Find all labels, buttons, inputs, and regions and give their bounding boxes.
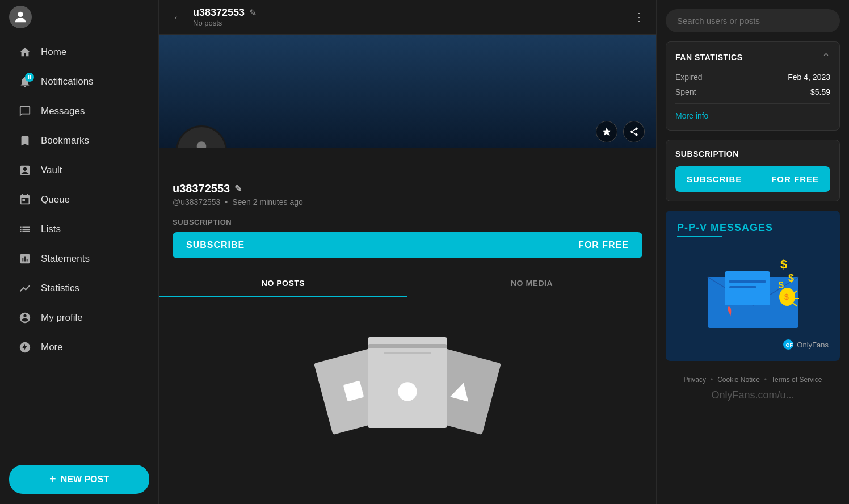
- header-name-group: u38372553 ✎ No posts: [193, 7, 257, 27]
- onlyfans-url: OnlyFans.com/u...: [666, 389, 840, 407]
- svg-point-0: [18, 12, 23, 17]
- onlyfans-brand: OF OnlyFans: [677, 339, 829, 350]
- sidebar-item-label: Notifications: [41, 76, 94, 87]
- sidebar-item-label: Bookmarks: [41, 135, 89, 146]
- svg-text:$: $: [784, 292, 789, 301]
- svg-rect-2: [343, 381, 364, 402]
- calendar-icon: [18, 193, 32, 207]
- main-content: ← u38372553 ✎ No posts ⋮: [159, 0, 656, 504]
- profile-display-name: u38372553 ✎: [173, 182, 642, 195]
- fan-stats-card: FAN STATISTICS ⌃ Expired Feb 4, 2023 Spe…: [666, 41, 840, 131]
- sidebar-item-label: Statistics: [41, 283, 79, 294]
- footer-dot-2: •: [764, 376, 767, 384]
- sidebar-item-lists[interactable]: Lists: [5, 215, 154, 244]
- bar-chart-icon: [18, 252, 32, 266]
- ppv-messages-card: P-P-V MESSAGES $ $ $: [666, 211, 840, 361]
- more-circle-icon: [18, 341, 32, 354]
- terms-link[interactable]: Terms of Service: [771, 376, 822, 384]
- sidebar-item-label: Lists: [41, 224, 61, 235]
- bell-icon: 8: [18, 75, 32, 89]
- sidebar-item-more[interactable]: More: [5, 333, 154, 362]
- no-posts-illustration: [322, 337, 493, 428]
- footer-links: Privacy • Cookie Notice • Terms of Servi…: [666, 370, 840, 389]
- sidebar-item-statistics[interactable]: Statistics: [5, 274, 154, 303]
- profile-tabs: NO POSTS NO MEDIA: [159, 270, 656, 297]
- favorite-button[interactable]: [596, 121, 617, 142]
- tab-no-posts[interactable]: NO POSTS: [159, 270, 407, 297]
- fan-stats-spent-row: Spent $5.59: [675, 87, 830, 96]
- tab-no-media[interactable]: NO MEDIA: [407, 270, 656, 297]
- header-edit-icon[interactable]: ✎: [249, 7, 257, 18]
- profile-info-section: u38372553 ✎ @u38372553 • Seen 2 minutes …: [159, 148, 656, 218]
- sidebar-item-label: Home: [41, 47, 66, 58]
- profile-edit-icon[interactable]: ✎: [234, 183, 242, 194]
- profile-username-line: @u38372553 • Seen 2 minutes ago: [173, 198, 642, 207]
- search-input[interactable]: [666, 9, 840, 32]
- sidebar: Home 8 Notifications Messages Bookmarks: [0, 0, 159, 504]
- profile-action-buttons: [596, 121, 645, 142]
- trending-icon: [18, 282, 32, 295]
- svg-text:$: $: [788, 272, 794, 284]
- header-subtext: No posts: [193, 19, 257, 27]
- svg-text:OF: OF: [786, 342, 793, 348]
- header-username: u38372553: [193, 7, 245, 19]
- cookie-link[interactable]: Cookie Notice: [717, 376, 760, 384]
- subscription-card-title: SUBSCRIPTION: [675, 149, 830, 158]
- notification-badge: 8: [25, 73, 34, 82]
- svg-text:$: $: [780, 257, 787, 271]
- subscription-label: SUBSCRIPTION: [173, 218, 642, 226]
- svg-rect-11: [729, 286, 756, 288]
- sidebar-item-notifications[interactable]: 8 Notifications: [5, 67, 154, 96]
- more-info-link[interactable]: More info: [675, 111, 708, 120]
- ppv-illustration: $ $ $ $: [677, 243, 829, 334]
- subscription-section: SUBSCRIPTION SUBSCRIBE FOR FREE: [159, 218, 656, 270]
- sidebar-item-home[interactable]: Home: [5, 37, 154, 67]
- svg-point-3: [398, 382, 417, 401]
- ppv-title-underline: [677, 236, 722, 237]
- sidebar-item-label: More: [41, 342, 63, 353]
- user-circle-icon: [18, 311, 32, 325]
- fan-stats-collapse-button[interactable]: ⌃: [822, 51, 830, 64]
- ppv-title: P-P-V MESSAGES: [677, 222, 829, 234]
- svg-marker-4: [450, 380, 473, 402]
- sidebar-item-label: Statements: [41, 253, 90, 264]
- sidebar-item-queue[interactable]: Queue: [5, 185, 154, 215]
- list-icon: [18, 222, 32, 236]
- sidebar-item-label: My profile: [41, 312, 83, 324]
- fan-stats-header: FAN STATISTICS ⌃: [675, 51, 830, 64]
- sidebar-item-vault[interactable]: Vault: [5, 156, 154, 185]
- profile-avatar: [176, 125, 227, 148]
- svg-point-1: [197, 141, 207, 148]
- sidebar-item-my-profile[interactable]: My profile: [5, 303, 154, 333]
- avatar: [9, 6, 32, 28]
- message-icon: [18, 104, 32, 118]
- header-left: ← u38372553 ✎ No posts: [170, 7, 257, 27]
- vault-icon: [18, 163, 32, 177]
- sidebar-item-messages[interactable]: Messages: [5, 96, 154, 126]
- fan-stats-expired-row: Expired Feb 4, 2023: [675, 73, 830, 82]
- no-posts-area: [159, 297, 656, 468]
- sidebar-item-label: Queue: [41, 194, 70, 205]
- subscribe-right-button[interactable]: SUBSCRIBE FOR FREE: [675, 166, 830, 192]
- subscribe-main-button[interactable]: SUBSCRIBE FOR FREE: [173, 232, 642, 258]
- sidebar-item-label: Vault: [41, 165, 62, 176]
- svg-rect-10: [729, 280, 766, 283]
- more-options-button[interactable]: ⋮: [633, 10, 645, 24]
- profile-avatar-wrapper: [176, 125, 227, 148]
- photo-card-center: [368, 337, 447, 428]
- home-icon: [18, 45, 32, 59]
- fan-stats-title: FAN STATISTICS: [675, 53, 742, 62]
- privacy-link[interactable]: Privacy: [684, 376, 706, 384]
- back-button[interactable]: ←: [170, 9, 186, 26]
- right-panel: FAN STATISTICS ⌃ Expired Feb 4, 2023 Spe…: [656, 0, 849, 504]
- profile-banner: [159, 35, 656, 148]
- fan-stats-divider: [675, 103, 830, 104]
- footer-dot-1: •: [711, 376, 713, 384]
- bookmark-icon: [18, 134, 32, 148]
- sidebar-item-statements[interactable]: Statements: [5, 244, 154, 274]
- new-post-button[interactable]: + NEW POST: [9, 465, 149, 494]
- profile-header-bar: ← u38372553 ✎ No posts ⋮: [159, 0, 656, 35]
- share-button[interactable]: [623, 121, 645, 142]
- sidebar-item-label: Messages: [41, 106, 85, 117]
- sidebar-item-bookmarks[interactable]: Bookmarks: [5, 126, 154, 156]
